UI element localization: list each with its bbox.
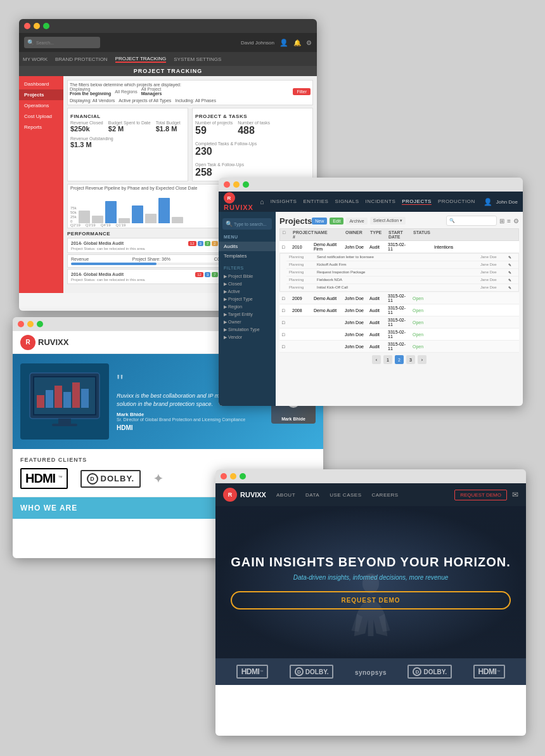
w2-close-dot[interactable] <box>224 181 230 188</box>
w3-minimize-dot[interactable] <box>27 321 34 327</box>
sidebar-item-operations[interactable]: Operations <box>19 100 63 111</box>
select-action-dropdown[interactable]: Select Action ▾ <box>370 217 406 225</box>
w4-close-dot[interactable] <box>221 473 227 479</box>
chart-label-1: Q2'19 <box>70 223 80 227</box>
nav-insights[interactable]: INSIGHTS <box>271 199 297 205</box>
proj-type-6: Audit <box>369 344 385 349</box>
user-icon: 👤 <box>279 39 288 47</box>
nav-entities[interactable]: ENTITIES <box>303 199 328 205</box>
w4-request-demo-btn[interactable]: REQUEST DEMO <box>454 490 507 500</box>
w3-logo-icon: R <box>20 335 35 350</box>
w2-maximize-dot[interactable] <box>243 181 249 188</box>
w4-nav-about[interactable]: ABOUT <box>276 492 295 498</box>
third-client-logo: ✦ <box>153 472 163 486</box>
sub-edit-1[interactable]: ✎ <box>508 255 516 259</box>
project-row-2009[interactable]: □ 2009 Demo Audit John Doe Audit 3315-02… <box>279 292 519 304</box>
w2-search[interactable]: 🔍 Type to search... <box>222 218 272 230</box>
w4-logo: R RUVIXX <box>223 488 266 502</box>
tab-brand-protection[interactable]: BRAND PROTECTION <box>55 56 108 62</box>
project-row-6[interactable]: □ John Doe Audit 3315-02-11 Open <box>279 341 519 353</box>
w4-nav-careers[interactable]: CAREERS <box>371 492 398 498</box>
sidebar-item-reports[interactable]: Reports <box>19 122 63 133</box>
w1-search-bar[interactable]: 🔍 Search... <box>24 37 100 48</box>
bar-5 <box>132 205 143 223</box>
nav-projects[interactable]: PROJECTS <box>402 199 432 205</box>
nav-incidents[interactable]: INCIDENTS <box>366 199 396 205</box>
imac-illustration <box>27 370 103 433</box>
settings-icon-w2[interactable]: ⚙ <box>513 218 519 225</box>
w4-nav-use-cases[interactable]: USE CASES <box>330 492 361 498</box>
w2-minimize-dot[interactable] <box>233 181 240 188</box>
row-checkbox-6[interactable]: □ <box>282 344 290 349</box>
menu-audits[interactable]: Audits <box>219 242 276 251</box>
sidebar-item-projects[interactable]: Projects <box>19 89 63 100</box>
w3-logo: R RUVIXX <box>20 335 68 350</box>
sub-edit-4[interactable]: ✎ <box>508 278 516 282</box>
home-icon[interactable]: ⌂ <box>260 198 264 205</box>
page-prev[interactable]: ‹ <box>372 355 381 364</box>
sub-edit-2[interactable]: ✎ <box>508 263 516 267</box>
edit-button[interactable]: Edit <box>330 218 343 225</box>
sidebar-item-dashboard[interactable]: Dashboard <box>19 79 63 89</box>
w3-close-dot[interactable] <box>18 321 24 327</box>
sub-phase-5: Planning <box>289 285 314 290</box>
row-checkbox-4[interactable]: □ <box>282 320 290 325</box>
w4-cta-button[interactable]: REQUEST DEMO <box>231 591 510 609</box>
project-row-2008[interactable]: □ 2008 Demo Audit John Doe Audit 3315-02… <box>279 304 519 316</box>
close-dot[interactable] <box>24 23 30 29</box>
tab-system-settings[interactable]: SYSTEM SETTINGS <box>174 56 221 62</box>
grid-icon[interactable]: ⊞ <box>499 218 504 225</box>
project-row-2010[interactable]: □ 2010 Demo Audit Firm John Doe Audit 33… <box>279 241 519 253</box>
sidebar-item-cost-upload[interactable]: Cost Upload <box>19 111 63 122</box>
page-next[interactable]: › <box>418 355 426 364</box>
filter-button[interactable]: Filter <box>293 88 311 95</box>
filter-closed[interactable]: ▶ Closed <box>219 280 276 288</box>
page-1[interactable]: 1 <box>383 355 392 364</box>
row-checkbox-3[interactable]: □ <box>282 308 290 313</box>
filter-active[interactable]: ▶ Active <box>219 288 276 296</box>
window-2-titlebar <box>219 178 523 192</box>
sub-edit-5[interactable]: ✎ <box>508 285 516 290</box>
w3-maximize-dot[interactable] <box>37 321 43 327</box>
dolby-text-footer-1: DOLBY. <box>305 668 329 675</box>
filter-project-type[interactable]: ▶ Project Type <box>219 296 276 303</box>
filter-simulation-type[interactable]: ▶ Simulation Type <box>219 326 276 334</box>
project-row-5[interactable]: □ John Doe Audit 3315-02-11 Open <box>279 329 519 341</box>
w2-search-input[interactable]: 🔍 <box>446 216 497 226</box>
filter-owner[interactable]: ▶ Owner <box>219 318 276 326</box>
tab-my-work[interactable]: MY WORK <box>23 56 48 62</box>
row-checkbox-1[interactable]: □ <box>282 245 290 249</box>
nav-signals[interactable]: SIGNALS <box>335 199 359 205</box>
project-row-4[interactable]: □ John Doe Audit 3315-02-11 Open <box>279 316 519 329</box>
w4-client-logos-footer: HDMI ™ D DOLBY. synopsys D DOLBY. <box>215 658 526 685</box>
menu-label: MENU <box>219 232 276 242</box>
list-icon[interactable]: ≡ <box>507 218 511 225</box>
w4-nav-data[interactable]: DATA <box>305 492 319 498</box>
w4-maximize-dot[interactable] <box>240 473 246 479</box>
nav-production[interactable]: PRODUCTION <box>438 199 475 205</box>
mail-icon-w4[interactable]: ✉ <box>512 490 518 499</box>
sub-edit-3[interactable]: ✎ <box>508 270 516 275</box>
filter-project-bible[interactable]: ▶ Project Bible <box>219 273 276 280</box>
page-2[interactable]: 2 <box>395 355 404 364</box>
filter-region[interactable]: ▶ Region <box>219 303 276 311</box>
row-checkbox-2[interactable]: □ <box>282 296 290 301</box>
w3-brand-logo: HDMI <box>117 424 264 431</box>
w2-main-header: Projects New Edit Archive Select Action … <box>279 216 519 226</box>
proj-start-6: 3315-02-11 <box>388 342 410 351</box>
w4-hdmi-logo-1: HDMI ™ <box>236 665 269 679</box>
new-button[interactable]: New <box>312 218 327 225</box>
archive-button[interactable]: Archive <box>346 218 367 225</box>
menu-templates[interactable]: Templates <box>219 251 276 261</box>
maximize-dot[interactable] <box>43 23 49 29</box>
tab-project-tracking[interactable]: PROJECT TRACKING <box>115 56 167 63</box>
minimize-dot[interactable] <box>34 23 40 29</box>
row-checkbox-5[interactable]: □ <box>282 332 290 337</box>
filter-target-entity[interactable]: ▶ Target Entity <box>219 311 276 318</box>
filter-vendor[interactable]: ▶ Vendor <box>219 334 276 341</box>
page-3[interactable]: 3 <box>406 355 415 364</box>
w4-minimize-dot[interactable] <box>230 473 236 479</box>
table-row-1[interactable]: □ 2010 Demo Audit Firm John Doe Audit 33… <box>279 241 519 292</box>
proj-start-2: 3315-02-11 <box>388 294 410 303</box>
proj-owner-5: John Doe <box>345 332 367 337</box>
